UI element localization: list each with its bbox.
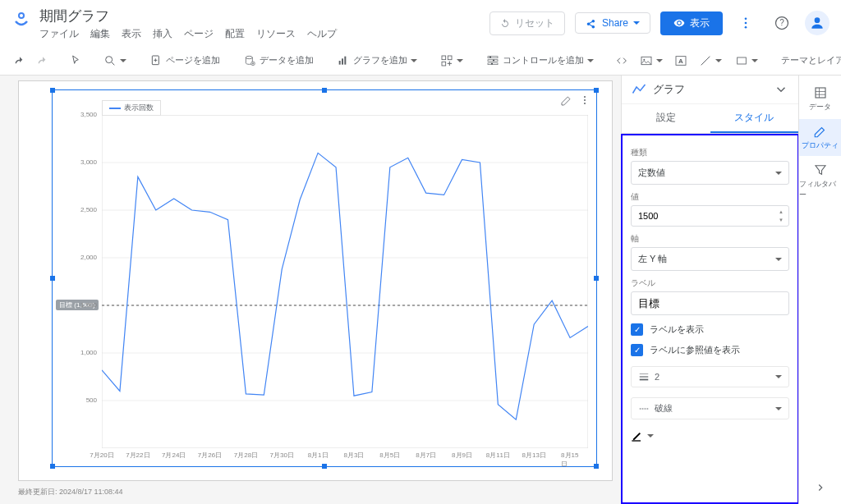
menu-arrange[interactable]: 配置 — [225, 27, 245, 41]
pen-icon — [631, 429, 644, 442]
chart-plot-area: 目標 (1,500) 5001,0001,5002,0002,5003,0003… — [102, 115, 588, 448]
chart-legend: 表示回数 — [102, 100, 161, 116]
svg-point-13 — [246, 56, 252, 58]
resize-handle[interactable] — [50, 464, 55, 469]
show-label-text: ラベルを表示 — [650, 323, 704, 336]
menu-help[interactable]: ヘルプ — [307, 27, 337, 41]
text-tool[interactable]: A — [671, 51, 691, 71]
svg-point-2 — [745, 17, 747, 20]
stroke-style-select[interactable]: 破線 — [631, 397, 789, 419]
add-page-button[interactable]: ページを追加 — [145, 51, 225, 71]
add-chart-button[interactable]: グラフを追加 — [332, 51, 422, 71]
value-input[interactable]: ▲▼ — [631, 205, 789, 227]
help-button[interactable]: ? — [769, 10, 795, 36]
svg-rect-29 — [493, 59, 494, 61]
svg-rect-30 — [491, 62, 493, 64]
svg-rect-25 — [488, 56, 498, 57]
menu-edit[interactable]: 編集 — [90, 27, 110, 41]
resize-handle[interactable] — [594, 276, 599, 281]
menu-view[interactable]: 表示 — [122, 27, 141, 41]
image-tool[interactable] — [635, 51, 668, 71]
svg-rect-21 — [448, 56, 452, 60]
type-select[interactable]: 定数値 — [631, 161, 789, 185]
document-title[interactable]: 期間グラフ — [39, 7, 489, 25]
panel-title: グラフ — [653, 82, 767, 97]
svg-point-32 — [643, 58, 645, 60]
label-input[interactable] — [631, 291, 789, 315]
tab-style[interactable]: スタイル — [710, 104, 799, 133]
redo-button[interactable] — [33, 51, 53, 71]
value-label: 値 — [631, 191, 789, 203]
resize-handle[interactable] — [322, 88, 327, 93]
svg-rect-17 — [339, 61, 341, 65]
reset-button[interactable]: リセット — [489, 11, 565, 35]
line-weight-icon — [638, 371, 650, 383]
svg-rect-55 — [632, 440, 641, 441]
menu-resource[interactable]: リソース — [256, 27, 296, 41]
axis-select[interactable]: 左 Y 軸 — [631, 247, 789, 271]
resize-handle[interactable] — [50, 88, 55, 93]
stroke-weight-select[interactable]: 2 — [631, 366, 789, 387]
view-button[interactable]: 表示 — [660, 11, 723, 35]
embed-tool[interactable] — [612, 51, 632, 71]
resize-handle[interactable] — [322, 464, 327, 469]
svg-point-8 — [106, 56, 113, 62]
svg-point-40 — [584, 99, 586, 101]
theme-layout-button[interactable]: テーマとレイアウト — [776, 51, 841, 70]
svg-text:A: A — [678, 57, 683, 65]
label-label: ラベル — [631, 277, 789, 289]
line-dash-icon — [638, 403, 650, 415]
last-updated-label: 最終更新日: 2024/8/17 11:08:44 — [18, 487, 123, 497]
svg-rect-19 — [344, 56, 346, 64]
color-picker[interactable] — [631, 429, 789, 442]
show-ref-text: ラベルに参照値を表示 — [650, 344, 740, 356]
svg-point-41 — [584, 103, 586, 104]
user-avatar[interactable] — [805, 11, 830, 35]
stepper-down[interactable]: ▼ — [775, 216, 787, 224]
zoom-tool[interactable] — [99, 51, 131, 71]
svg-point-7 — [815, 17, 820, 23]
shape-tool[interactable] — [730, 51, 763, 71]
add-control-button[interactable]: コントロールを追加 — [481, 51, 599, 71]
rail-properties[interactable]: プロパティ — [799, 119, 841, 156]
undo-button[interactable] — [10, 51, 30, 71]
svg-rect-56 — [816, 88, 825, 98]
add-data-button[interactable]: データを追加 — [238, 51, 319, 71]
rail-data[interactable]: データ — [799, 80, 841, 117]
svg-point-4 — [745, 26, 747, 29]
svg-line-35 — [701, 56, 710, 65]
menu-page[interactable]: ページ — [184, 27, 214, 41]
svg-line-9 — [112, 62, 114, 65]
menu-insert[interactable]: 挿入 — [153, 27, 172, 41]
pointer-tool[interactable] — [66, 51, 85, 71]
tab-settings[interactable]: 設定 — [622, 104, 710, 133]
more-options-button[interactable] — [733, 10, 759, 36]
show-label-checkbox[interactable]: ✓ — [631, 323, 643, 336]
resize-handle[interactable] — [50, 276, 55, 281]
type-label: 種類 — [631, 147, 789, 158]
more-icon[interactable] — [578, 94, 591, 107]
show-ref-checkbox[interactable]: ✓ — [631, 344, 643, 356]
app-logo-icon — [11, 10, 31, 30]
svg-rect-36 — [738, 57, 747, 64]
chevron-down-icon[interactable] — [774, 82, 788, 97]
share-button[interactable]: Share — [575, 12, 650, 34]
rail-expand-icon[interactable] — [799, 482, 841, 496]
community-visuals-button[interactable] — [435, 51, 468, 71]
stepper-up[interactable]: ▲ — [775, 208, 787, 216]
svg-rect-28 — [489, 56, 491, 57]
menu-file[interactable]: ファイル — [39, 27, 79, 41]
svg-point-39 — [584, 96, 586, 98]
line-tool[interactable] — [694, 51, 727, 71]
svg-rect-18 — [342, 58, 343, 64]
svg-rect-22 — [442, 62, 446, 66]
chart-card[interactable]: 表示回数 目標 (1,500) 5001,0001,5002,0002,5003… — [52, 89, 597, 467]
resize-handle[interactable] — [594, 464, 599, 469]
resize-handle[interactable] — [594, 88, 599, 93]
pencil-icon[interactable] — [560, 94, 573, 107]
svg-text:?: ? — [779, 18, 784, 27]
svg-point-3 — [745, 22, 747, 25]
axis-label: 軸 — [631, 233, 789, 245]
chart-type-icon — [632, 82, 646, 97]
rail-filter[interactable]: フィルタバー — [799, 158, 841, 205]
